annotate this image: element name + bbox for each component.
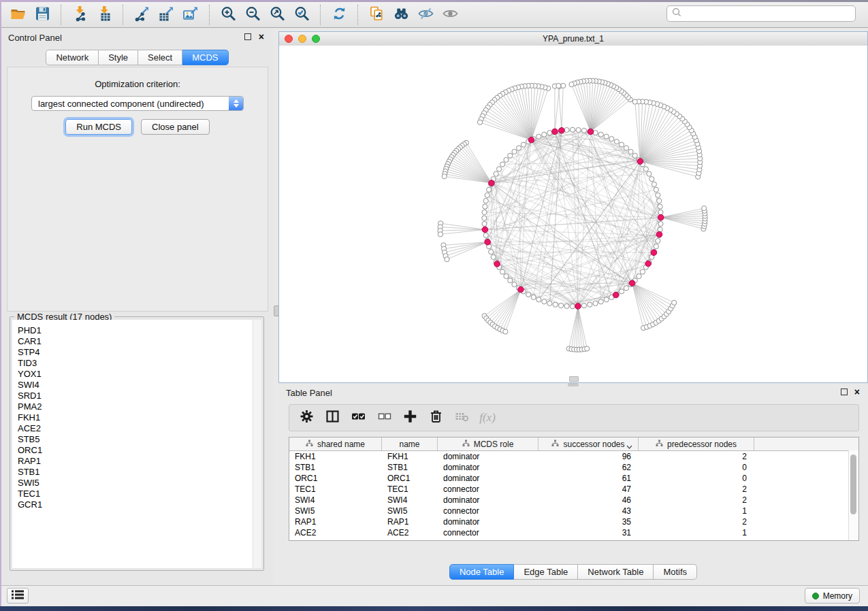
settings-gear-button[interactable] [296,408,317,428]
tab-edge-table[interactable]: Edge Table [514,564,578,580]
tab-select[interactable]: Select [138,50,182,65]
memory-button[interactable]: Memory [805,588,860,604]
table-row[interactable]: RAP1RAP1dominator352 [289,516,858,527]
network-canvas[interactable] [279,46,867,382]
import-network-button[interactable] [67,4,92,26]
cell-shared-name[interactable]: TEC1 [289,484,382,495]
cell-shared-name[interactable]: STB1 [289,462,382,473]
cell-name[interactable]: ORC1 [382,473,438,484]
mcds-result-item[interactable]: YOX1 [18,369,253,380]
mcds-result-item[interactable]: ORC1 [18,445,253,456]
cell-shared-name[interactable]: RAP1 [289,516,382,527]
cell-predecessor-nodes[interactable]: 2 [639,484,754,495]
export-image-button[interactable] [178,4,203,26]
close-panel-button[interactable]: Close panel [141,119,210,135]
cell-mcds-role[interactable]: connector [438,527,539,538]
cell-successor-nodes[interactable]: 35 [539,516,639,527]
table-row[interactable]: TEC1TEC1connector472 [289,484,858,495]
tab-mcds[interactable]: MCDS [182,50,228,65]
cell-successor-nodes[interactable]: 62 [539,462,639,473]
cell-shared-name[interactable]: YOX1 [289,538,382,541]
zoom-fit-button[interactable] [265,4,289,26]
cell-mcds-role[interactable]: dominator [438,462,539,473]
cell-mcds-role[interactable]: connector [438,484,539,495]
zoom-out-button[interactable] [240,4,265,26]
close-panel-icon[interactable]: × [259,31,264,42]
add-row-button[interactable] [400,408,420,428]
cell-predecessor-nodes[interactable]: 1 [639,538,754,541]
import-table-button[interactable] [92,4,116,26]
zoom-in-button[interactable] [216,4,240,26]
column-header-shared-name[interactable]: shared name [289,437,382,450]
table-row[interactable]: ACE2ACE2connector311 [289,527,858,538]
criterion-select[interactable]: largest connected component (undirected) [31,96,244,111]
mcds-result-item[interactable]: TID3 [18,358,253,369]
save-session-button[interactable] [30,4,54,26]
mcds-result-item[interactable]: SWI4 [18,380,253,391]
panel-splitter[interactable] [273,28,278,586]
cell-mcds-role[interactable]: dominator [438,516,539,527]
show-panels-button[interactable] [438,4,462,26]
cell-name[interactable]: STB1 [382,462,438,473]
close-table-panel-icon[interactable]: × [854,386,860,397]
cell-predecessor-nodes[interactable]: 2 [639,495,754,506]
canvas-resize-grip[interactable] [569,376,579,382]
cell-name[interactable]: ACE2 [382,527,438,538]
hide-panels-button[interactable] [413,4,438,26]
table-scrollbar-thumb[interactable] [850,455,856,514]
cell-successor-nodes[interactable]: 29 [539,538,639,541]
mcds-result-item[interactable]: STB5 [18,434,253,445]
mcds-result-item[interactable]: STB1 [18,467,253,478]
network-graph[interactable] [279,46,867,382]
mcds-result-item[interactable]: STP4 [18,347,253,358]
cell-shared-name[interactable]: SWI4 [289,495,382,506]
cell-successor-nodes[interactable]: 46 [539,495,639,506]
cell-successor-nodes[interactable]: 61 [539,473,639,484]
table-row[interactable]: SWI5SWI5connector431 [289,506,858,516]
table-row[interactable]: ORC1ORC1dominator610 [289,473,858,484]
task-history-button[interactable] [7,588,29,604]
deselect-all-button[interactable] [374,408,394,428]
cell-shared-name[interactable]: FKH1 [289,451,382,462]
cell-successor-nodes[interactable]: 47 [539,484,639,495]
cell-mcds-role[interactable]: dominator [438,451,539,462]
mcds-result-item[interactable]: ACE2 [18,423,253,434]
export-table-button[interactable] [154,4,178,26]
refresh-view-button[interactable] [327,4,351,26]
cell-name[interactable]: SWI4 [382,495,438,506]
table-row[interactable]: FKH1FKH1dominator962 [289,451,858,462]
cell-mcds-role[interactable]: dominator [438,495,539,506]
mcds-result-item[interactable]: SWI5 [18,478,253,489]
toggle-columns-button[interactable] [322,408,342,428]
clone-network-button[interactable] [364,4,389,26]
cell-predecessor-nodes[interactable]: 2 [639,516,754,527]
cell-name[interactable]: FKH1 [382,451,438,462]
column-header-mcds-role[interactable]: MCDS role [438,437,539,450]
cell-predecessor-nodes[interactable]: 1 [639,527,754,538]
table-panel-splitter-grip[interactable] [568,383,579,386]
tab-motifs[interactable]: Motifs [654,564,697,580]
tab-style[interactable]: Style [99,50,138,65]
cell-mcds-role[interactable]: connector [438,506,539,516]
tab-network-table[interactable]: Network Table [578,564,654,580]
tab-network[interactable]: Network [46,50,99,65]
tab-node-table[interactable]: Node Table [449,564,515,580]
table-row[interactable]: SWI4SWI4dominator462 [289,495,858,506]
export-network-button[interactable] [129,4,154,26]
cell-successor-nodes[interactable]: 31 [539,527,639,538]
cell-predecessor-nodes[interactable]: 1 [639,506,754,516]
zoom-selected-button[interactable] [289,4,314,26]
mcds-result-item[interactable]: GCR1 [18,499,253,510]
mcds-result-item[interactable]: PHD1 [18,325,253,336]
mcds-list-scrollbar[interactable] [253,320,261,568]
mcds-result-item[interactable]: RAP1 [18,456,253,467]
mcds-result-item[interactable]: TEC1 [18,489,253,499]
cell-mcds-role[interactable]: dominator [438,473,539,484]
cell-successor-nodes[interactable]: 96 [539,451,639,462]
run-mcds-button[interactable]: Run MCDS [65,119,132,135]
cell-mcds-role[interactable]: connector [438,538,539,541]
open-file-button[interactable] [5,4,30,26]
float-table-panel-icon[interactable] [841,389,848,395]
cell-name[interactable]: SWI5 [382,506,438,516]
column-header-name[interactable]: name [382,437,438,450]
